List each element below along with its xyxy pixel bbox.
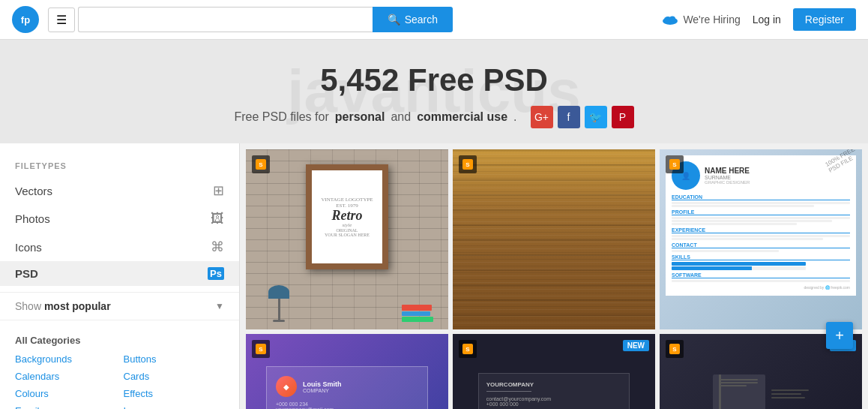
sidebar-item-photos[interactable]: Photos 🖼 [0,205,239,233]
source-badge-6: S [666,340,684,358]
cloud-icon [662,14,678,26]
category-all[interactable]: All Categories [15,332,224,350]
images-grid: VINTAGE LOGOTYPE EST. 1979 Retro style O… [246,149,862,409]
photos-label: Photos [15,212,50,225]
filetypes-section-title: FILETYPES [0,155,239,176]
icons-icon: ⌘ [211,239,224,255]
show-label: Show [15,300,41,312]
psd-label: PSD [15,267,38,280]
source-badge-4: S [252,340,270,358]
hero-subtitle-start: Free PSD files for [234,110,328,124]
sidebar-item-psd[interactable]: PSD Ps [0,261,239,286]
source-badge-2: S [459,155,477,173]
pinterest-icon[interactable]: P [612,106,634,128]
main-layout: FILETYPES Vectors ⊞ Photos 🖼 Icons ⌘ PSD… [0,143,868,409]
header-right: We're Hiring Log in Register [662,8,856,31]
icons-label: Icons [15,241,42,254]
vectors-label: Vectors [15,185,52,197]
popular-label: most popular [44,300,111,312]
hamburger-button[interactable]: ☰ [48,8,75,32]
hero-subtitle-personal: personal [335,110,385,124]
source-badge-3: S [666,155,684,173]
image-card-1[interactable]: VINTAGE LOGOTYPE EST. 1979 Retro style O… [246,149,448,329]
hiring-link[interactable]: We're Hiring [662,14,740,26]
svg-text:S: S [672,161,677,168]
psd-icon: Ps [208,267,224,280]
svg-text:S: S [672,346,677,353]
categories-grid: All Categories Backgrounds Buttons Calen… [0,326,239,409]
image-placeholder-2 [453,149,655,329]
svg-text:S: S [259,161,263,168]
source-badge-1: S [252,155,270,173]
hero-subtitle-middle: and [391,110,411,124]
image-card-5[interactable]: YOURCOMPANY contact@yourcompany.com +000… [453,334,655,409]
search-input[interactable] [78,7,373,32]
hero-section: javanticus 5,452 Free PSD Free PSD files… [0,40,868,143]
freepik-logo-icon: fp [12,6,39,33]
category-emails[interactable]: Emails [15,403,116,409]
register-button[interactable]: Register [793,8,856,31]
search-icon: 🔍 [388,14,400,26]
sidebar-item-icons[interactable]: Icons ⌘ [0,233,239,261]
hero-subtitle-commercial: commercial use [417,110,507,124]
image-placeholder-4: ◆ Louis Smith COMPANY +000 000 234 yourc… [246,334,448,409]
hero-title: 5,452 Free PSD [15,62,853,98]
search-bar: 🔍 Search [78,7,453,32]
category-icons[interactable]: Icons [124,403,225,409]
hero-subtitle-end: . [513,110,516,124]
svg-point-4 [669,17,675,22]
category-cards[interactable]: Cards [124,368,225,384]
svg-text:fp: fp [21,14,30,26]
float-add-button[interactable]: + [826,322,853,349]
search-button-label: Search [405,14,438,26]
sidebar: FILETYPES Vectors ⊞ Photos 🖼 Icons ⌘ PSD… [0,143,240,409]
show-popular-dropdown[interactable]: Show most popular ▼ [0,292,239,320]
category-calendars[interactable]: Calendars [15,368,116,384]
login-link[interactable]: Log in [753,14,781,26]
logo[interactable]: fp [12,6,39,33]
header: fp ☰ 🔍 Search We're Hiring Log in Regist… [0,0,868,40]
category-colours[interactable]: Colours [15,386,116,401]
content-area: VINTAGE LOGOTYPE EST. 1979 Retro style O… [240,143,868,409]
image-card-2[interactable]: S [453,149,655,329]
social-icons: G+ f 🐦 P [531,106,634,128]
sidebar-item-vectors[interactable]: Vectors ⊞ [0,176,239,205]
category-buttons[interactable]: Buttons [124,351,225,367]
svg-text:S: S [465,346,470,353]
twitter-icon[interactable]: 🐦 [585,106,607,128]
image-placeholder-1: VINTAGE LOGOTYPE EST. 1979 Retro style O… [246,149,448,329]
svg-text:S: S [465,161,470,168]
hiring-label: We're Hiring [683,14,740,26]
vectors-icon: ⊞ [213,182,224,199]
photos-icon: 🖼 [211,211,224,227]
facebook-icon[interactable]: f [558,106,580,128]
image-placeholder-3: 100% FREEPSD FILE 👤 NAME HERE SURNAME GR… [660,149,862,329]
google-plus-icon[interactable]: G+ [531,106,553,128]
source-badge-5: S [459,340,477,358]
svg-text:S: S [259,346,263,353]
hero-subtitle: Free PSD files for personal and commerci… [15,106,853,128]
category-effects[interactable]: Effects [124,386,225,401]
chevron-down-icon: ▼ [215,301,224,311]
image-card-4[interactable]: ◆ Louis Smith COMPANY +000 000 234 yourc… [246,334,448,409]
search-button[interactable]: 🔍 Search [373,7,453,32]
image-card-3[interactable]: 100% FREEPSD FILE 👤 NAME HERE SURNAME GR… [660,149,862,329]
category-backgrounds[interactable]: Backgrounds [15,351,116,367]
new-badge-5: NEW [623,340,649,351]
